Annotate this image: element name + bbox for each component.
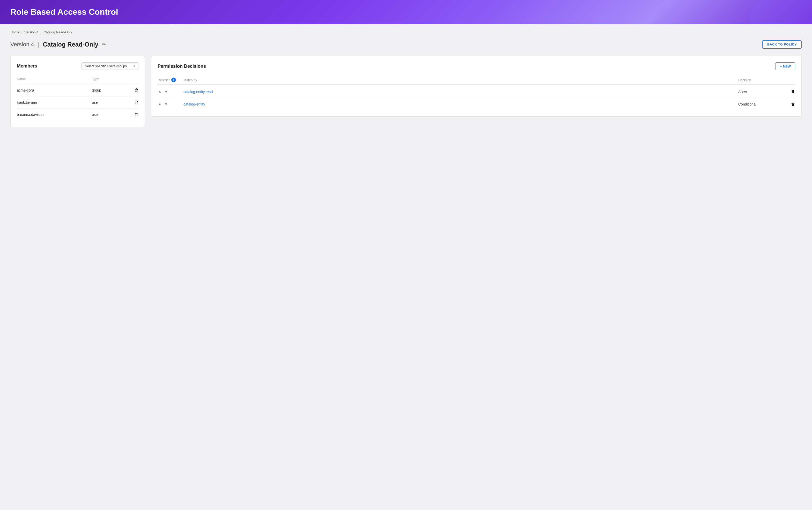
members-table-header: Name Type: [17, 75, 139, 83]
member-type: user: [92, 100, 128, 104]
reorder-down-1[interactable]: ∨: [164, 102, 169, 107]
heading-divider: |: [38, 41, 39, 48]
delete-perm-0[interactable]: 🗑: [785, 89, 795, 94]
delete-perm-1[interactable]: 🗑: [785, 102, 795, 107]
member-row: frank.tiernan user 🗑: [17, 96, 139, 109]
member-row: breanna.davison user 🗑: [17, 109, 139, 121]
breadcrumb-sep-1: /: [22, 30, 23, 34]
trash-icon: 🗑: [791, 102, 795, 106]
permission-row: ∧ ∨ catalog-entity Conditional 🗑: [157, 98, 795, 110]
col-matchby-header: Match by: [183, 78, 738, 82]
reorder-info-icon[interactable]: i: [171, 78, 176, 82]
breadcrumb-version[interactable]: Version 4: [24, 30, 38, 34]
new-permission-button[interactable]: + NEW: [776, 62, 795, 70]
reorder-buttons-0: ∧ ∨: [157, 89, 183, 94]
page-heading: Version 4 | Catalog Read-Only ✏ BACK TO …: [10, 40, 802, 49]
trash-icon: 🗑: [791, 89, 795, 94]
permissions-panel-header: Permission Decisions + NEW: [157, 62, 795, 70]
trash-icon: 🗑: [134, 100, 139, 104]
col-reorder-header: Reorder i: [157, 78, 183, 82]
perm-decision-0: Allow: [738, 90, 785, 94]
app-header: Role Based Access Control: [0, 0, 812, 24]
member-name: breanna.davison: [17, 113, 92, 117]
member-name: frank.tiernan: [17, 100, 92, 104]
reorder-down-0[interactable]: ∨: [164, 89, 169, 94]
member-row: acme-corp group 🗑: [17, 84, 139, 96]
col-type-header: Type: [92, 77, 128, 81]
select-label: Select specific users/groups: [85, 64, 127, 68]
main-content: Home / Version 4 / Catalog Read-Only Ver…: [0, 24, 812, 133]
perm-matchby-link-0[interactable]: catalog.entity.read: [183, 90, 213, 94]
perm-matchby-1: catalog-entity: [183, 102, 738, 107]
delete-member-1[interactable]: 🗑: [128, 100, 139, 105]
col-name-header: Name: [17, 77, 92, 81]
policy-name: Catalog Read-Only: [43, 41, 98, 48]
reorder-up-1[interactable]: ∧: [157, 102, 162, 107]
page-heading-left: Version 4 | Catalog Read-Only ✏: [10, 41, 106, 48]
app-title: Role Based Access Control: [10, 7, 802, 17]
permission-row: ∧ ∨ catalog.entity.read Allow 🗑: [157, 86, 795, 98]
member-name: acme-corp: [17, 88, 92, 92]
member-type: group: [92, 88, 128, 92]
panels-row: Members Select specific users/groups ▾ N…: [10, 56, 802, 127]
breadcrumb-home[interactable]: Home: [10, 30, 20, 34]
reorder-buttons-1: ∧ ∨: [157, 102, 183, 107]
delete-member-2[interactable]: 🗑: [128, 112, 139, 117]
permissions-title: Permission Decisions: [157, 64, 206, 69]
perm-matchby-link-1[interactable]: catalog-entity: [183, 102, 205, 106]
breadcrumb-current: Catalog Read-Only: [44, 30, 72, 34]
members-panel-header: Members Select specific users/groups ▾: [17, 62, 139, 70]
reorder-up-0[interactable]: ∧: [157, 89, 162, 94]
members-panel: Members Select specific users/groups ▾ N…: [10, 56, 145, 127]
permissions-table-header: Reorder i Match by Decision: [157, 76, 795, 85]
version-label: Version 4: [10, 41, 34, 48]
users-groups-select[interactable]: Select specific users/groups ▾: [82, 62, 139, 70]
back-to-policy-button[interactable]: BACK TO POLICY: [762, 40, 802, 49]
trash-icon: 🗑: [134, 88, 139, 92]
col-action-header: [128, 77, 139, 81]
perm-matchby-0: catalog.entity.read: [183, 89, 738, 94]
breadcrumb: Home / Version 4 / Catalog Read-Only: [10, 30, 802, 34]
delete-member-0[interactable]: 🗑: [128, 88, 139, 93]
trash-icon: 🗑: [134, 112, 139, 117]
permissions-panel: Permission Decisions + NEW Reorder i Mat…: [151, 56, 802, 117]
members-title: Members: [17, 63, 37, 69]
chevron-down-icon: ▾: [134, 64, 135, 68]
breadcrumb-sep-2: /: [40, 30, 42, 34]
perm-decision-1: Conditional: [738, 102, 785, 106]
col-decision-header: Decision: [738, 78, 785, 82]
member-type: user: [92, 113, 128, 117]
edit-icon[interactable]: ✏: [102, 42, 106, 47]
